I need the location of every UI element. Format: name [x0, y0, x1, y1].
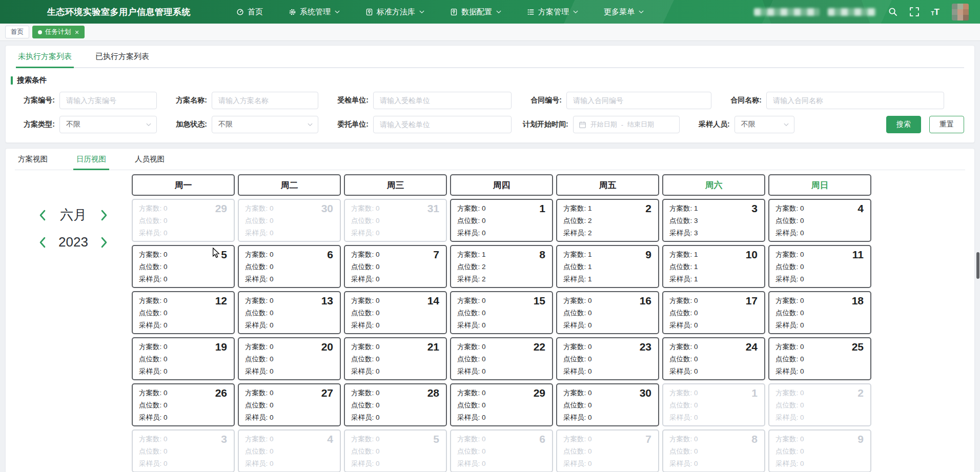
metric-points: 点位数: 0 — [563, 399, 653, 412]
scrollbar-thumb[interactable] — [976, 252, 979, 279]
view-tab-2[interactable]: 人员视图 — [132, 149, 168, 170]
plan-start-time-daterange[interactable]: 开始日期-结束日期 — [573, 116, 680, 133]
calendar-day-cell[interactable]: 方案数: 0点位数: 0采样员: 013 — [238, 291, 341, 334]
window-tab-1[interactable]: 任务计划× — [32, 26, 85, 38]
calendar-card: 方案视图日历视图人员视图 六月 2023 — [5, 148, 975, 472]
metric-samplers: 采样员: 0 — [245, 412, 335, 424]
metric-samplers: 采样员: 0 — [457, 412, 547, 424]
calendar-day-cell[interactable]: 方案数: 0点位数: 0采样员: 05 — [132, 245, 235, 288]
calendar-day-cell[interactable]: 方案数: 1点位数: 2采样员: 22 — [556, 199, 659, 242]
sampler-select[interactable]: 不限 — [734, 116, 794, 133]
calendar-day-cell[interactable]: 方案数: 0点位数: 0采样员: 08 — [662, 429, 765, 472]
calendar-day-cell[interactable]: 方案数: 0点位数: 0采样员: 04 — [238, 429, 341, 472]
calendar-day-cell[interactable]: 方案数: 0点位数: 0采样员: 01 — [662, 383, 765, 426]
metric-plans: 方案数: 0 — [775, 387, 865, 399]
calendar-day-cell[interactable]: 方案数: 0点位数: 0采样员: 019 — [132, 337, 235, 380]
plan-code-input[interactable] — [59, 92, 157, 109]
field-plan-type: 方案类型:不限 — [16, 116, 157, 133]
calendar-day-cell[interactable]: 方案数: 0点位数: 0采样员: 029 — [450, 383, 553, 426]
user-name-redacted — [828, 8, 876, 16]
nav-item-system-mgmt[interactable]: 系统管理 — [276, 0, 353, 24]
prev-year-button[interactable] — [37, 236, 48, 249]
calendar-day-cell[interactable]: 方案数: 1点位数: 2采样员: 28 — [450, 245, 553, 288]
inspected-unit-input[interactable] — [373, 92, 512, 109]
view-tab-0[interactable]: 方案视图 — [15, 149, 51, 170]
contract-code-input[interactable] — [566, 92, 711, 109]
nav-item-plan-mgmt[interactable]: 方案管理 — [514, 0, 591, 24]
close-icon[interactable]: × — [75, 29, 79, 36]
day-number: 28 — [427, 387, 439, 399]
list-tab-0[interactable]: 未执行方案列表 — [16, 46, 74, 67]
calendar-day-cell[interactable]: 方案数: 0点位数: 0采样员: 025 — [768, 337, 871, 380]
list-tab-1[interactable]: 已执行方案列表 — [93, 46, 151, 67]
reset-button[interactable]: 重置 — [929, 116, 964, 133]
nav-item-standard-method[interactable]: 标准方法库 — [353, 0, 437, 24]
contract-name-input[interactable] — [766, 92, 944, 109]
calendar-day-cell[interactable]: 方案数: 1点位数: 3采样员: 33 — [662, 199, 765, 242]
calendar-day-cell[interactable]: 方案数: 0点位数: 0采样员: 030 — [556, 383, 659, 426]
plan-name-input[interactable] — [212, 92, 318, 109]
calendar-day-cell[interactable]: 方案数: 1点位数: 1采样员: 110 — [662, 245, 765, 288]
calendar-day-cell[interactable]: 方案数: 0点位数: 0采样员: 07 — [344, 245, 447, 288]
calendar-day-cell[interactable]: 方案数: 0点位数: 0采样员: 02 — [768, 383, 871, 426]
next-year-button[interactable] — [99, 236, 109, 249]
metric-plans: 方案数: 1 — [669, 202, 759, 215]
calendar-day-cell[interactable]: 方案数: 0点位数: 0采样员: 023 — [556, 337, 659, 380]
calendar-day-cell[interactable]: 方案数: 0点位数: 0采样员: 01 — [450, 199, 553, 242]
calendar-day-cell[interactable]: 方案数: 0点位数: 0采样员: 014 — [344, 291, 447, 334]
calendar-day-cell[interactable]: 方案数: 0点位数: 0采样员: 04 — [768, 199, 871, 242]
metric-points: 点位数: 0 — [775, 399, 865, 412]
calendar-day-cell[interactable]: 方案数: 0点位数: 0采样员: 020 — [238, 337, 341, 380]
metric-points: 点位数: 0 — [457, 215, 547, 227]
calendar-day-cell[interactable]: 方案数: 0点位数: 0采样员: 024 — [662, 337, 765, 380]
calendar-day-cell[interactable]: 方案数: 0点位数: 0采样员: 018 — [768, 291, 871, 334]
metric-points: 点位数: 2 — [457, 261, 547, 273]
window-tab-0[interactable]: 首页 — [5, 26, 29, 38]
calendar-day-cell[interactable]: 方案数: 0点位数: 0采样员: 09 — [768, 429, 871, 472]
calendar-day-cell[interactable]: 方案数: 0点位数: 0采样员: 03 — [132, 429, 235, 472]
fullscreen-icon[interactable] — [910, 7, 919, 16]
booklet-icon — [450, 8, 458, 16]
metric-samplers: 采样员: 0 — [139, 365, 229, 378]
metric-samplers: 采样员: 1 — [563, 273, 653, 285]
prev-month-button[interactable] — [37, 209, 48, 222]
nav-item-data-config[interactable]: 数据配置 — [437, 0, 514, 24]
calendar-day-cell[interactable]: 方案数: 0点位数: 0采样员: 021 — [344, 337, 447, 380]
calendar-day-cell[interactable]: 方案数: 0点位数: 0采样员: 022 — [450, 337, 553, 380]
calendar-day-cell[interactable]: 方案数: 1点位数: 1采样员: 19 — [556, 245, 659, 288]
metric-points: 点位数: 0 — [351, 353, 441, 365]
calendar-day-cell[interactable]: 方案数: 0点位数: 0采样员: 011 — [768, 245, 871, 288]
calendar-day-cell[interactable]: 方案数: 0点位数: 0采样员: 06 — [450, 429, 553, 472]
calendar-day-cell[interactable]: 方案数: 0点位数: 0采样员: 015 — [450, 291, 553, 334]
calendar-day-cell[interactable]: 方案数: 0点位数: 0采样员: 07 — [556, 429, 659, 472]
client-unit-input[interactable] — [373, 116, 512, 133]
calendar-day-cell[interactable]: 方案数: 0点位数: 0采样员: 05 — [344, 429, 447, 472]
calendar-day-cell[interactable]: 方案数: 0点位数: 0采样员: 029 — [132, 199, 235, 242]
metric-samplers: 采样员: 0 — [139, 458, 229, 470]
calendar-day-cell[interactable]: 方案数: 0点位数: 0采样员: 031 — [344, 199, 447, 242]
calendar-day-cell[interactable]: 方案数: 0点位数: 0采样员: 027 — [238, 383, 341, 426]
nav-item-more-menu[interactable]: 更多菜单 — [591, 0, 657, 24]
user-avatar[interactable] — [952, 4, 969, 20]
search-icon[interactable] — [888, 7, 897, 16]
next-month-button[interactable] — [99, 209, 109, 222]
calendar-day-cell[interactable]: 方案数: 0点位数: 0采样员: 026 — [132, 383, 235, 426]
calendar-day-cell[interactable]: 方案数: 0点位数: 0采样员: 028 — [344, 383, 447, 426]
calendar-day-cell[interactable]: 方案数: 0点位数: 0采样员: 06 — [238, 245, 341, 288]
font-size-icon[interactable]: TT — [931, 8, 940, 16]
search-button[interactable]: 搜索 — [886, 116, 921, 133]
calendar-day-cell[interactable]: 方案数: 0点位数: 0采样员: 030 — [238, 199, 341, 242]
view-tab-1[interactable]: 日历视图 — [73, 149, 109, 170]
calendar-day-cell[interactable]: 方案数: 0点位数: 0采样员: 012 — [132, 291, 235, 334]
metric-samplers: 采样员: 0 — [563, 412, 653, 424]
calendar-day-cell[interactable]: 方案数: 0点位数: 0采样员: 017 — [662, 291, 765, 334]
calendar-day-cell[interactable]: 方案数: 0点位数: 0采样员: 016 — [556, 291, 659, 334]
nav-item-label: 系统管理 — [300, 7, 331, 17]
urgent-status-select[interactable]: 不限 — [212, 116, 318, 133]
nav-item-home[interactable]: 首页 — [223, 0, 276, 24]
plan-type-select[interactable]: 不限 — [59, 116, 157, 133]
day-number: 24 — [746, 341, 758, 353]
metric-plans: 方案数: 0 — [457, 202, 547, 215]
field-label: 方案名称: — [168, 96, 207, 105]
calendar-grid: 周一周二周三周四周五周六周日方案数: 0点位数: 0采样员: 029方案数: 0… — [132, 174, 871, 472]
